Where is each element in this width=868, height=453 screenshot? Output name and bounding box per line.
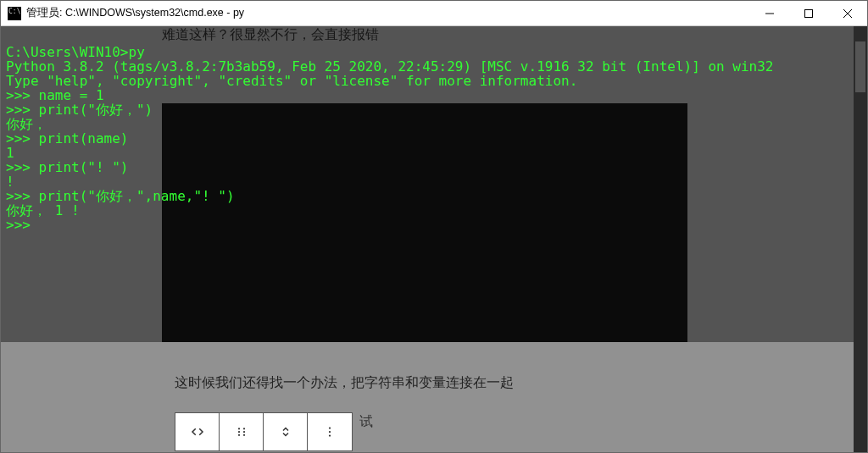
svg-point-6 bbox=[237, 431, 239, 433]
svg-point-5 bbox=[242, 428, 244, 429]
svg-point-8 bbox=[237, 434, 239, 436]
editor-toolbar bbox=[175, 412, 353, 451]
bg-line2: 这时候我们还得找一个办法，把字符串和变量连接在一起 bbox=[175, 374, 867, 392]
window-title: 管理员: C:\WINDOWS\system32\cmd.exe - py bbox=[26, 6, 750, 20]
more-button[interactable] bbox=[308, 413, 352, 450]
svg-point-9 bbox=[242, 434, 244, 436]
client-area: 难道这样？很显然不行，会直接报错 这时候我们还得找一个办法，把字符串和变量连接在… bbox=[1, 26, 867, 452]
drag-handle-button[interactable] bbox=[220, 413, 264, 450]
page-below-terminal: 这时候我们还得找一个办法，把字符串和变量连接在一起 试 bbox=[1, 342, 867, 452]
svg-point-10 bbox=[329, 427, 331, 428]
close-button[interactable] bbox=[828, 1, 867, 26]
svg-point-12 bbox=[329, 434, 331, 436]
updown-button[interactable] bbox=[264, 413, 308, 450]
svg-rect-1 bbox=[805, 9, 813, 17]
after-toolbar-text: 试 bbox=[359, 413, 373, 431]
window: 管理员: C:\WINDOWS\system32\cmd.exe - py 难道… bbox=[0, 0, 868, 453]
svg-point-4 bbox=[237, 428, 239, 429]
cmd-app-icon bbox=[8, 7, 21, 20]
maximize-button[interactable] bbox=[789, 1, 828, 26]
terminal-output[interactable]: C:\Users\WIN10>py Python 3.8.2 (tags/v3.… bbox=[6, 45, 852, 232]
code-brackets-button[interactable] bbox=[175, 413, 220, 450]
titlebar[interactable]: 管理员: C:\WINDOWS\system32\cmd.exe - py bbox=[1, 1, 867, 26]
minimize-button[interactable] bbox=[750, 1, 789, 26]
svg-point-7 bbox=[242, 431, 244, 433]
scrollbar-thumb[interactable] bbox=[855, 41, 865, 92]
svg-point-11 bbox=[329, 431, 331, 433]
vertical-scrollbar[interactable] bbox=[854, 26, 867, 452]
